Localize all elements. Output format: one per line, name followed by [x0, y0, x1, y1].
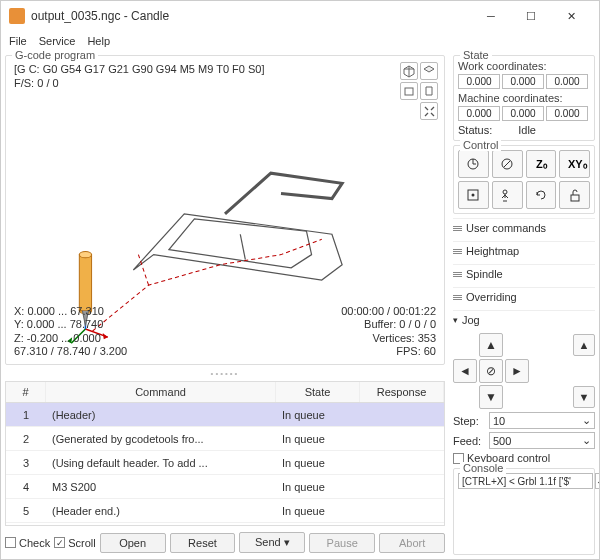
svg-text:XY₀: XY₀: [568, 158, 588, 170]
col-state[interactable]: State: [276, 382, 360, 402]
console-panel: Console ⌄ ↵: [453, 468, 595, 555]
console-input[interactable]: [458, 473, 593, 489]
section-overriding[interactable]: Overriding: [453, 287, 595, 306]
gcode-table: # Command State Response 1(Header)In que…: [5, 381, 445, 526]
jog-x-minus[interactable]: ◄: [453, 359, 477, 383]
section-spindle[interactable]: Spindle: [453, 264, 595, 283]
fit-view-icon[interactable]: [420, 102, 438, 120]
svg-rect-6: [405, 88, 413, 95]
extent-x: X: 0.000 ... 67.310: [14, 305, 127, 318]
console-history-button[interactable]: ⌄: [595, 473, 599, 489]
svg-point-5: [79, 252, 91, 258]
gcode-modes: [G C: G0 G54 G17 G21 G90 G94 M5 M9 T0 F0…: [14, 62, 264, 76]
feed-select[interactable]: 500⌄: [489, 432, 595, 449]
status-label: Status:: [458, 124, 492, 136]
jog-z-plus[interactable]: ▲: [573, 334, 595, 356]
status-value: Idle: [518, 124, 536, 136]
menu-service[interactable]: Service: [39, 35, 76, 47]
minimize-button[interactable]: ─: [471, 2, 511, 30]
table-row[interactable]: 3(Using default header. To add ...In que…: [6, 451, 444, 475]
table-row[interactable]: 4M3 S200In queue: [6, 475, 444, 499]
maximize-button[interactable]: ☐: [511, 2, 551, 30]
dimensions: 67.310 / 78.740 / 3.200: [14, 345, 127, 358]
svg-point-13: [503, 190, 507, 194]
extent-y: Y: 0.000 ... 78.740: [14, 318, 127, 331]
state-panel: State Work coordinates: Machine coordina…: [453, 55, 595, 141]
machine-z[interactable]: [546, 106, 588, 121]
reset-cnc-button[interactable]: [526, 181, 557, 209]
home-button[interactable]: [458, 150, 489, 178]
view-top-icon[interactable]: [420, 62, 438, 80]
view-iso-icon[interactable]: [400, 62, 418, 80]
jog-y-plus[interactable]: ▲: [479, 333, 503, 357]
control-panel: Control Z₀ XY₀: [453, 145, 595, 214]
menu-help[interactable]: Help: [87, 35, 110, 47]
zero-xy-button[interactable]: XY₀: [559, 150, 590, 178]
check-checkbox[interactable]: Check: [5, 537, 50, 549]
state-title: State: [460, 51, 492, 61]
jog-y-minus[interactable]: ▼: [479, 385, 503, 409]
feed-speed: F/S: 0 / 0: [14, 76, 264, 90]
close-button[interactable]: ✕: [551, 2, 591, 30]
zero-z-button[interactable]: Z₀: [526, 150, 557, 178]
work-x[interactable]: [458, 74, 500, 89]
probe-button[interactable]: [492, 150, 523, 178]
section-heightmap[interactable]: Heightmap: [453, 241, 595, 260]
jog-x-plus[interactable]: ►: [505, 359, 529, 383]
view-side-icon[interactable]: [420, 82, 438, 100]
work-z[interactable]: [546, 74, 588, 89]
view-front-icon[interactable]: [400, 82, 418, 100]
svg-rect-14: [571, 195, 579, 201]
jog-z-minus[interactable]: ▼: [573, 386, 595, 408]
col-number[interactable]: #: [6, 382, 46, 402]
machine-coords-label: Machine coordinates:: [458, 92, 590, 104]
open-button[interactable]: Open: [100, 533, 166, 553]
svg-point-12: [472, 194, 475, 197]
control-title: Control: [460, 139, 501, 151]
abort-button[interactable]: Abort: [379, 533, 445, 553]
svg-rect-4: [79, 255, 91, 311]
pause-button[interactable]: Pause: [309, 533, 375, 553]
app-icon: [9, 8, 25, 24]
jog-stop[interactable]: ⊘: [479, 359, 503, 383]
machine-y[interactable]: [502, 106, 544, 121]
unlock-button[interactable]: [559, 181, 590, 209]
safe-position-button[interactable]: [458, 181, 489, 209]
fps: FPS: 60: [341, 345, 436, 358]
step-label: Step:: [453, 415, 485, 427]
time-estimate: 00:00:00 / 00:01:22: [341, 305, 436, 318]
table-row[interactable]: 5(Header end.)In queue: [6, 499, 444, 523]
console-title: Console: [460, 462, 506, 474]
scroll-checkbox[interactable]: ✓Scroll: [54, 537, 96, 549]
work-y[interactable]: [502, 74, 544, 89]
send-button[interactable]: Send ▾: [239, 532, 305, 553]
run-button[interactable]: [492, 181, 523, 209]
table-row[interactable]: 2(Generated by gcodetools fro...In queue: [6, 427, 444, 451]
reset-button[interactable]: Reset: [170, 533, 236, 553]
machine-x[interactable]: [458, 106, 500, 121]
section-jog[interactable]: ▾Jog: [453, 310, 595, 329]
buffer-status: Buffer: 0 / 0 / 0: [341, 318, 436, 331]
step-select[interactable]: 10⌄: [489, 412, 595, 429]
section-user-commands[interactable]: User commands: [453, 218, 595, 237]
col-command[interactable]: Command: [46, 382, 276, 402]
jog-panel: ▲ ◄⊘► ▼ ▲ ▼ Step:10⌄ Feed:500⌄ Keyboard …: [453, 333, 595, 464]
visualizer-panel: G-code program: [5, 55, 445, 365]
menu-file[interactable]: File: [9, 35, 27, 47]
col-response[interactable]: Response: [360, 382, 444, 402]
feed-label: Feed:: [453, 435, 485, 447]
window-title: output_0035.ngc - Candle: [31, 9, 471, 23]
svg-text:Z₀: Z₀: [536, 158, 548, 170]
table-row[interactable]: 1(Header)In queue: [6, 403, 444, 427]
vertices: Vertices: 353: [341, 332, 436, 345]
extent-z: Z: -0.200 ... 0.000: [14, 332, 127, 345]
work-coords-label: Work coordinates:: [458, 60, 590, 72]
